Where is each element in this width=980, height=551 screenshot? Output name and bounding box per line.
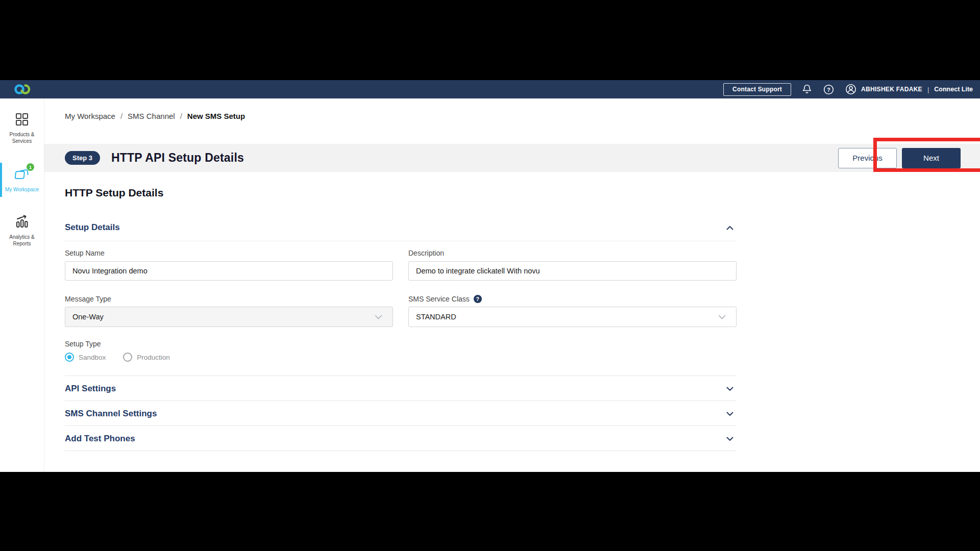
- sms-service-class-value: STANDARD: [416, 313, 456, 321]
- left-sidebar: Products & Services 1 My Workspace: [0, 98, 44, 472]
- sms-service-class-select[interactable]: STANDARD: [408, 307, 737, 327]
- clickatell-logo-icon[interactable]: [13, 83, 32, 95]
- sidebar-label: Products & Services: [2, 131, 42, 144]
- radio-production[interactable]: Production: [123, 353, 170, 362]
- top-navbar: Contact Support ?: [0, 80, 980, 98]
- description-input[interactable]: [408, 261, 737, 281]
- notifications-bell-icon[interactable]: [801, 84, 813, 95]
- section-title: API Settings: [65, 384, 116, 394]
- grid-icon: [15, 113, 29, 128]
- section-api-settings[interactable]: API Settings: [65, 376, 737, 401]
- section-title: Add Test Phones: [65, 434, 135, 444]
- next-button[interactable]: Next: [902, 148, 961, 168]
- section-add-test-phones[interactable]: Add Test Phones: [65, 426, 737, 451]
- message-type-label: Message Type: [65, 295, 393, 303]
- service-class-help-icon[interactable]: ?: [474, 295, 482, 303]
- setup-type-label: Setup Type: [65, 340, 737, 348]
- sidebar-item-my-workspace[interactable]: 1 My Workspace: [0, 167, 44, 193]
- chevron-down-icon: [726, 412, 737, 416]
- sms-service-class-label: SMS Service Class ?: [408, 295, 737, 303]
- breadcrumb-separator: /: [180, 112, 182, 120]
- chevron-up-icon: [726, 226, 737, 230]
- page-title: HTTP API Setup Details: [111, 151, 244, 165]
- breadcrumb-sms-channel[interactable]: SMS Channel: [128, 112, 175, 120]
- section-title: Setup Details: [65, 222, 120, 233]
- contact-support-button[interactable]: Contact Support: [723, 83, 791, 96]
- account-avatar-icon: [845, 83, 857, 95]
- message-type-select[interactable]: One-Way: [65, 307, 393, 327]
- form-title: HTTP Setup Details: [65, 187, 737, 199]
- section-sms-channel-settings[interactable]: SMS Channel Settings: [65, 401, 737, 426]
- breadcrumb-separator: /: [120, 112, 122, 120]
- radio-sandbox[interactable]: Sandbox: [65, 353, 106, 362]
- chevron-down-icon: [726, 437, 737, 441]
- workspace-folder-icon: 1: [14, 167, 30, 183]
- help-icon[interactable]: ?: [823, 84, 835, 95]
- step-badge: Step 3: [65, 151, 100, 165]
- bar-chart-icon: [15, 214, 29, 231]
- radio-unselected-icon: [123, 353, 132, 362]
- sidebar-item-analytics-reports[interactable]: Analytics & Reports: [0, 214, 44, 247]
- setup-name-input[interactable]: [65, 261, 393, 281]
- breadcrumb-current-page: New SMS Setup: [187, 112, 245, 120]
- user-name: ABHISHEK FADAKE: [861, 86, 922, 93]
- setup-name-label: Setup Name: [65, 249, 393, 257]
- collapsed-sections: API Settings SMS Channel Settings Add Te…: [65, 375, 737, 451]
- section-title: SMS Channel Settings: [65, 409, 157, 419]
- breadcrumb: My Workspace / SMS Channel / New SMS Set…: [65, 112, 245, 120]
- description-label: Description: [408, 249, 737, 257]
- workspace-count-badge: 1: [27, 163, 34, 171]
- product-name: Connect Lite: [934, 86, 973, 93]
- setup-form: HTTP Setup Details Setup Details Setup N…: [65, 172, 737, 451]
- user-menu[interactable]: ABHISHEK FADAKE | Connect Lite: [845, 83, 973, 95]
- sidebar-label: Analytics & Reports: [2, 234, 42, 247]
- sidebar-item-products-services[interactable]: Products & Services: [0, 113, 44, 144]
- chevron-down-icon: [726, 387, 737, 391]
- chevron-down-icon: [718, 315, 729, 319]
- breadcrumb-my-workspace[interactable]: My Workspace: [65, 112, 115, 120]
- setup-type-radio-group: Sandbox Production: [65, 353, 737, 362]
- step-header-band: Step 3 HTTP API Setup Details Previous N…: [44, 144, 980, 172]
- navbar-divider: |: [927, 86, 929, 93]
- previous-button[interactable]: Previous: [838, 148, 897, 168]
- main-content: My Workspace / SMS Channel / New SMS Set…: [44, 98, 980, 472]
- section-setup-details[interactable]: Setup Details: [65, 222, 737, 241]
- message-type-value: One-Way: [72, 313, 104, 321]
- svg-text:?: ?: [827, 86, 830, 92]
- chevron-down-icon: [375, 315, 385, 319]
- radio-selected-icon: [65, 353, 74, 362]
- app-window: Contact Support ?: [0, 80, 980, 472]
- sidebar-label: My Workspace: [2, 186, 42, 193]
